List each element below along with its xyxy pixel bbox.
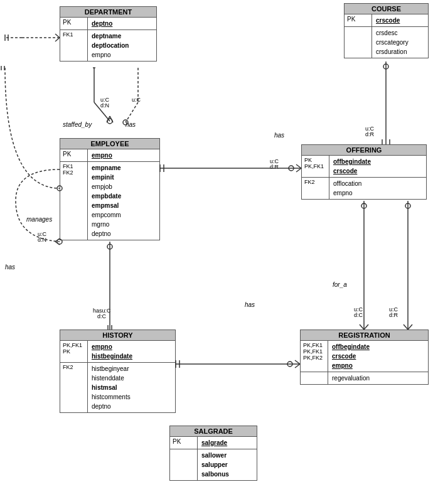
registration-fk-empty (301, 372, 328, 384)
department-title: DEPARTMENT (60, 7, 156, 18)
registration-attrs: regevaluation (328, 372, 373, 384)
course-attrs: crsdesc crscategory crsduration (372, 27, 412, 58)
svg-line-42 (408, 324, 412, 330)
svg-line-2 (107, 116, 110, 122)
label-has-registration: has (245, 301, 255, 308)
svg-line-20 (296, 164, 301, 168)
history-pk-attrs: empno histbegindate (88, 341, 136, 362)
course-pk-attrs: crscode (372, 14, 404, 26)
history-fk2: FK2 (60, 363, 88, 412)
salgrade-pk-attrs: salgrade (198, 437, 231, 449)
course-title: COURSE (345, 4, 428, 14)
svg-point-22 (289, 166, 294, 171)
constraint-has-left-dn: d:N (38, 237, 46, 243)
label-manages: manages (26, 216, 52, 223)
salgrade-fk-empty (170, 449, 198, 480)
history-title: HISTORY (60, 330, 175, 341)
department-pk-attrs: deptno (88, 18, 116, 29)
label-has-course: has (274, 132, 284, 139)
entity-registration: REGISTRATION PK,FK1PK,FK1PK,FK2 offbegin… (300, 330, 429, 385)
svg-line-31 (364, 324, 368, 330)
department-pk: PK (60, 18, 88, 29)
employee-title: EMPLOYEE (60, 139, 159, 149)
svg-line-48 (55, 38, 60, 41)
employee-pk: PK (60, 149, 88, 161)
svg-line-47 (55, 34, 60, 38)
offering-pk-attrs: offbegindate crscode (329, 156, 375, 177)
constraint-emp-dept-uc: u:C (132, 97, 141, 103)
svg-line-3 (110, 116, 113, 122)
svg-point-26 (383, 64, 388, 69)
constraint-emp-hist-dc: d:C (97, 313, 106, 319)
entity-salgrade: SALGRADE PK salgrade sallower salupper s… (169, 426, 257, 481)
er-diagram: DEPARTMENT PK deptno FK1 deptname deptlo… (0, 0, 433, 504)
salgrade-title: SALGRADE (170, 426, 257, 437)
svg-line-36 (295, 360, 300, 364)
constraint-emp-off-dr: d:R (270, 164, 279, 170)
course-pk: PK (345, 14, 372, 26)
offering-attrs: offlocation empno (329, 178, 365, 199)
history-pk: PK,FK1PK (60, 341, 88, 362)
registration-pk-attrs: offbegindate crscode empno (328, 341, 373, 372)
label-for-a: for_a (333, 281, 347, 288)
constraint-off-reg2-dr: d:R (389, 312, 398, 318)
employee-pk-attrs: empno (88, 149, 116, 161)
svg-point-38 (287, 362, 292, 367)
svg-line-14 (55, 242, 60, 245)
entity-history: HISTORY PK,FK1PK empno histbegindate FK2… (60, 330, 176, 413)
label-has-top: has (126, 121, 136, 128)
entity-employee: EMPLOYEE PK empno FK1FK2 empname empinit… (60, 138, 160, 240)
svg-line-15 (55, 239, 60, 242)
department-attrs: deptname deptlocation empno (88, 30, 132, 61)
registration-pk: PK,FK1PK,FK1PK,FK2 (301, 341, 328, 372)
employee-attrs: empname empinit empjob empbdate empmsal … (88, 162, 125, 240)
offering-fk2: FK2 (302, 178, 329, 199)
constraint-off-reg-dc: d:C (354, 312, 363, 318)
salgrade-pk: PK (170, 437, 198, 449)
svg-line-21 (296, 168, 301, 172)
svg-point-32 (361, 203, 366, 208)
svg-point-40 (405, 203, 410, 208)
svg-line-37 (295, 364, 300, 368)
offering-pk: PKPK,FK1 (302, 156, 329, 177)
svg-point-12 (107, 244, 112, 249)
entity-offering: OFFERING PKPK,FK1 offbegindate crscode F… (301, 144, 427, 200)
svg-line-7 (126, 102, 138, 122)
offering-title: OFFERING (302, 145, 426, 156)
employee-fk: FK1FK2 (60, 162, 88, 240)
svg-point-4 (107, 119, 112, 124)
salgrade-attrs: sallower salupper salbonus (198, 449, 233, 480)
constraint-course-off-dr: d:R (365, 131, 374, 137)
constraint-dept-emp-dn: d:N (100, 102, 109, 109)
department-fk: FK1 (60, 30, 88, 61)
registration-title: REGISTRATION (301, 330, 428, 341)
entity-department: DEPARTMENT PK deptno FK1 deptname deptlo… (60, 6, 157, 62)
course-fk-empty (345, 27, 372, 58)
history-attrs: histbeginyear histenddate histmsal histc… (88, 363, 134, 412)
label-staffed-by: staffed_by (63, 121, 92, 128)
label-has-left: has (5, 264, 15, 271)
entity-course: COURSE PK crscode crsdesc crscategory cr… (344, 3, 429, 58)
svg-line-30 (360, 324, 364, 330)
svg-line-41 (404, 324, 408, 330)
